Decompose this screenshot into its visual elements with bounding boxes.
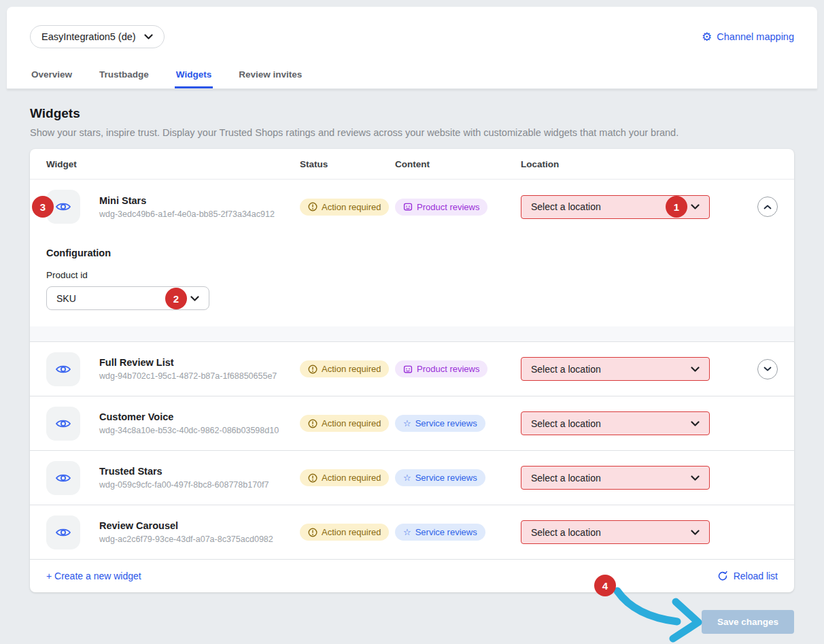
collapse-row-button[interactable]: [757, 197, 778, 217]
widget-name: Mini Stars: [99, 195, 275, 206]
widget-id: wdg-34c8a10e-b53c-40dc-9862-086b03598d10: [99, 426, 279, 435]
location-select[interactable]: Select a location: [521, 411, 710, 435]
tab-overview[interactable]: Overview: [30, 63, 73, 88]
annotation-step-3: 3: [32, 196, 54, 218]
status-badge: Action required: [300, 360, 389, 377]
preview-widget-button[interactable]: 3: [46, 190, 80, 224]
chevron-down-icon: [763, 367, 772, 371]
eye-icon: [55, 418, 71, 430]
preview-widget-button[interactable]: [46, 461, 80, 495]
chevron-down-icon: [190, 296, 199, 301]
tab-trustbadge[interactable]: Trustbadge: [98, 63, 150, 88]
table-row: Customer Voice wdg-34c8a10e-b53c-40dc-98…: [30, 396, 794, 451]
eye-icon: [55, 472, 71, 484]
eye-icon: [55, 526, 71, 539]
widget-name: Full Review List: [99, 357, 277, 368]
tab-bar: Overview Trustbadge Widgets Review invit…: [30, 63, 303, 88]
chevron-down-icon: [691, 421, 700, 426]
eye-icon: [55, 201, 71, 213]
expand-row-button[interactable]: [757, 359, 778, 379]
column-header-content: Content: [395, 159, 521, 169]
widgets-table-card: Widget Status Content Location 3 Mini St…: [30, 149, 794, 592]
table-row: Review Carousel wdg-ac2c6f79-93ce-43df-a…: [30, 505, 794, 560]
alert-circle-icon: [308, 365, 317, 374]
star-icon: ☆: [403, 528, 411, 537]
create-new-widget-link[interactable]: + Create a new widget: [46, 571, 141, 581]
widgets-page: { "header": { "channel_selector": "EasyI…: [0, 0, 824, 644]
product-reviews-icon: [403, 202, 413, 211]
location-select[interactable]: Select a location: [521, 466, 710, 490]
alert-circle-icon: [308, 528, 317, 537]
table-row: 3 Mini Stars wdg-3edc49b6-a1ef-4e0a-bb85…: [30, 180, 794, 234]
location-select[interactable]: Select a location: [521, 520, 710, 544]
expand-spacer: [757, 522, 778, 543]
table-footer: + Create a new widget Reload list: [30, 560, 794, 592]
column-header-widget: Widget: [30, 159, 300, 169]
widget-name: Trusted Stars: [99, 466, 269, 477]
alert-circle-icon: [308, 419, 317, 428]
product-id-label: Product id: [46, 270, 778, 280]
page-subtitle: Show your stars, inspire trust. Display …: [30, 127, 794, 138]
star-icon: ☆: [403, 473, 411, 482]
location-select[interactable]: Select a location: [521, 357, 710, 381]
configuration-title: Configuration: [46, 248, 778, 258]
expand-spacer: [757, 413, 778, 434]
tab-widgets[interactable]: Widgets: [175, 63, 213, 88]
table-row: Full Review List wdg-94b702c1-95c1-4872-…: [30, 342, 794, 396]
product-id-select[interactable]: SKU 2: [46, 286, 209, 310]
refresh-icon: [717, 571, 728, 581]
chevron-down-icon: [691, 475, 700, 481]
status-badge: Action required: [300, 469, 389, 486]
content-badge: ☆ Service reviews: [395, 415, 485, 432]
preview-widget-button[interactable]: [46, 407, 80, 441]
location-select[interactable]: Select a location 1: [521, 195, 710, 219]
product-reviews-icon: [403, 365, 413, 374]
annotation-step-4: 4: [594, 575, 616, 596]
channel-selector-dropdown[interactable]: EasyIntegration5 (de): [30, 25, 165, 48]
widget-name: Review Carousel: [99, 520, 273, 531]
widget-id: wdg-94b702c1-95c1-4872-b87a-1f68850655e7: [99, 371, 277, 381]
table-row: Trusted Stars wdg-059c9cfc-fa00-497f-8bc…: [30, 451, 794, 505]
content-badge: ☆ Service reviews: [395, 469, 485, 486]
column-header-location: Location: [521, 159, 794, 169]
chevron-down-icon: [691, 530, 700, 535]
alert-circle-icon: [308, 202, 317, 211]
annotation-step-2: 2: [165, 288, 187, 309]
chevron-down-icon: [144, 34, 153, 39]
widget-name: Customer Voice: [99, 411, 279, 422]
tab-review-invites[interactable]: Review invites: [237, 63, 303, 88]
alert-circle-icon: [308, 473, 317, 483]
bottom-action-zone: 4 Save changes: [30, 592, 794, 643]
top-bar: EasyIntegration5 (de) ⚙ Channel mapping …: [7, 7, 817, 89]
status-badge: Action required: [300, 199, 389, 216]
chevron-down-icon: [691, 367, 700, 372]
widget-configuration-panel: Configuration Product id SKU 2: [30, 234, 794, 310]
annotation-step-1: 1: [666, 196, 687, 218]
content-badge: ☆ Service reviews: [395, 524, 485, 541]
preview-widget-button[interactable]: [46, 515, 80, 549]
reload-list-link[interactable]: Reload list: [717, 571, 778, 581]
column-header-status: Status: [300, 159, 395, 169]
star-icon: ☆: [403, 419, 411, 428]
content-badge: Product reviews: [395, 360, 487, 377]
chevron-down-icon: [691, 204, 700, 209]
chevron-up-icon: [763, 205, 772, 209]
status-badge: Action required: [300, 524, 389, 541]
channel-mapping-link[interactable]: ⚙ Channel mapping: [702, 31, 794, 43]
gear-icon: ⚙: [702, 31, 712, 43]
preview-widget-button[interactable]: [46, 352, 80, 386]
expanded-group-footer-strip: [30, 326, 794, 341]
status-badge: Action required: [300, 415, 389, 432]
table-header-row: Widget Status Content Location: [30, 149, 794, 180]
page-title: Widgets: [30, 106, 794, 121]
widget-id: wdg-ac2c6f79-93ce-43df-a07a-8c375acd0982: [99, 535, 273, 544]
eye-icon: [55, 363, 71, 375]
main-content: Widgets Show your stars, inspire trust. …: [0, 106, 824, 643]
save-changes-button[interactable]: Save changes: [702, 610, 794, 634]
channel-mapping-label: Channel mapping: [717, 31, 794, 42]
widget-id: wdg-059c9cfc-fa00-497f-8bc8-608778b170f7: [99, 480, 269, 490]
channel-selector-label: EasyIntegration5 (de): [41, 31, 136, 42]
widget-id: wdg-3edc49b6-a1ef-4e0a-bb85-2f73a34ac912: [99, 209, 275, 219]
content-badge: Product reviews: [395, 199, 487, 216]
widget-row-group-mini-stars: 3 Mini Stars wdg-3edc49b6-a1ef-4e0a-bb85…: [30, 180, 794, 342]
